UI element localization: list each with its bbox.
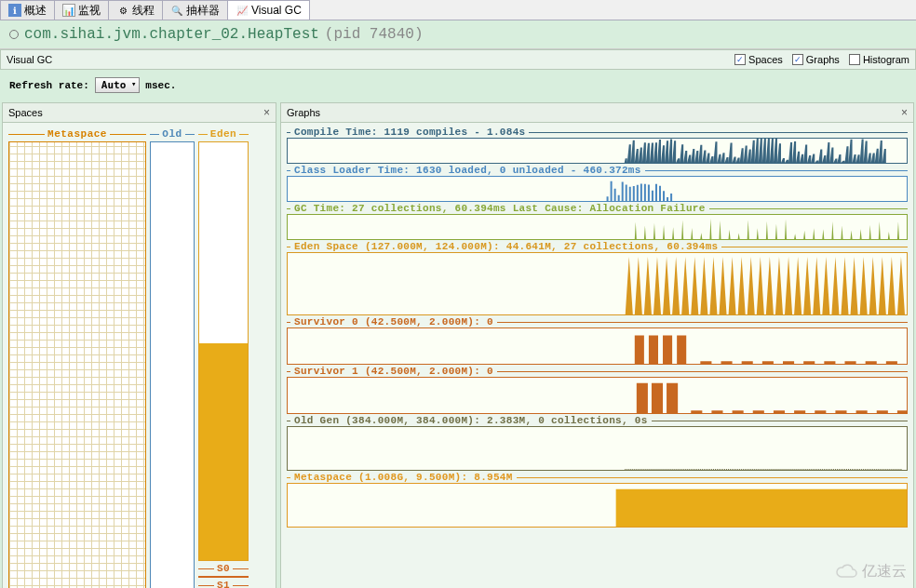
process-icon xyxy=(9,30,19,39)
tab-threads[interactable]: ⚙线程 xyxy=(108,0,163,20)
graph-title: Class Loader Time: 1630 loaded, 0 unload… xyxy=(287,165,908,176)
app-pid: (pid 74840) xyxy=(325,26,424,43)
close-icon[interactable]: × xyxy=(901,106,908,119)
graph-area xyxy=(287,214,908,240)
old-label: Old xyxy=(162,128,182,140)
spaces-panel: Spaces× Metaspace Old Eden S0 xyxy=(2,102,276,588)
refresh-label: Refresh rate: xyxy=(9,80,89,91)
overview-icon: ℹ xyxy=(8,4,21,17)
graphs-title: Graphs xyxy=(287,107,320,118)
graph-title: GC Time: 27 collections, 60.394ms Last C… xyxy=(287,203,908,214)
graph-row: Class Loader Time: 1630 loaded, 0 unload… xyxy=(287,165,908,202)
refresh-bar: Refresh rate: Auto msec. xyxy=(0,70,916,100)
graph-row: Survivor 1 (42.500M, 2.000M): 0 xyxy=(287,366,908,414)
cloud-icon xyxy=(835,560,857,582)
graph-area xyxy=(287,483,908,528)
eden-label: Eden xyxy=(210,128,236,140)
checkbox-icon: ✓ xyxy=(792,54,803,65)
graph-area xyxy=(287,138,908,164)
s0-gauge xyxy=(198,576,249,578)
graph-area xyxy=(287,377,908,414)
graph-title: Eden Space (127.000M, 124.000M): 44.641M… xyxy=(287,241,908,252)
graph-title: Old Gen (384.000M, 384.000M): 2.383M, 0 … xyxy=(287,415,908,426)
view-label: Visual GC xyxy=(7,54,52,65)
refresh-dropdown[interactable]: Auto xyxy=(95,77,141,93)
threads-icon: ⚙ xyxy=(116,4,129,17)
graph-row: Survivor 0 (42.500M, 2.000M): 0 xyxy=(287,316,908,365)
spaces-title: Spaces xyxy=(8,107,43,118)
graph-row: Metaspace (1.008G, 9.500M): 8.954M xyxy=(287,472,908,528)
metaspace-gauge xyxy=(8,141,146,588)
refresh-unit: msec. xyxy=(145,80,176,91)
checkbox-icon: ✓ xyxy=(734,54,746,65)
tab-overview[interactable]: ℹ概述 xyxy=(0,0,55,20)
graph-title: Compile Time: 1119 compiles - 1.084s xyxy=(287,127,908,138)
graph-title: Survivor 1 (42.500M, 2.000M): 0 xyxy=(287,366,908,377)
graph-row: Compile Time: 1119 compiles - 1.084s xyxy=(287,127,908,164)
title-bar: com.sihai.jvm.chapter_02.HeapTest (pid 7… xyxy=(0,20,916,49)
graph-area xyxy=(287,176,908,202)
graph-title: Survivor 0 (42.500M, 2.000M): 0 xyxy=(287,316,908,327)
tab-monitor[interactable]: 📊监视 xyxy=(54,0,109,20)
s1-label: S1 xyxy=(217,580,230,588)
graph-area xyxy=(287,327,908,365)
s0-label: S0 xyxy=(217,563,230,574)
old-gauge xyxy=(150,141,195,588)
graph-area xyxy=(287,252,908,315)
graph-row: GC Time: 27 collections, 60.394ms Last C… xyxy=(287,203,908,240)
close-icon[interactable]: × xyxy=(263,106,270,119)
checkbox-icon xyxy=(849,54,860,65)
check-spaces[interactable]: ✓Spaces xyxy=(734,54,783,65)
view-bar: Visual GC ✓Spaces ✓Graphs Histogram xyxy=(0,49,916,70)
metaspace-label: Metaspace xyxy=(47,128,107,140)
check-histogram[interactable]: Histogram xyxy=(849,54,909,65)
tab-visualgc[interactable]: 📈Visual GC xyxy=(227,0,310,20)
graph-title: Metaspace (1.008G, 9.500M): 8.954M xyxy=(287,472,908,483)
svg-rect-0 xyxy=(616,489,907,527)
app-class: com.sihai.jvm.chapter_02.HeapTest xyxy=(24,26,319,43)
tab-bar: ℹ概述 📊监视 ⚙线程 🔍抽样器 📈Visual GC xyxy=(0,0,916,20)
graphs-panel: Graphs× Compile Time: 1119 compiles - 1.… xyxy=(280,102,914,588)
watermark: 亿速云 xyxy=(835,560,907,582)
visualgc-icon: 📈 xyxy=(236,4,249,17)
graph-area xyxy=(287,426,908,471)
sampler-icon: 🔍 xyxy=(170,4,183,17)
monitor-icon: 📊 xyxy=(62,4,75,17)
graph-row: Eden Space (127.000M, 124.000M): 44.641M… xyxy=(287,241,908,315)
eden-gauge xyxy=(198,141,249,561)
check-graphs[interactable]: ✓Graphs xyxy=(792,54,840,65)
tab-sampler[interactable]: 🔍抽样器 xyxy=(162,0,228,20)
graph-row: Old Gen (384.000M, 384.000M): 2.383M, 0 … xyxy=(287,415,908,471)
